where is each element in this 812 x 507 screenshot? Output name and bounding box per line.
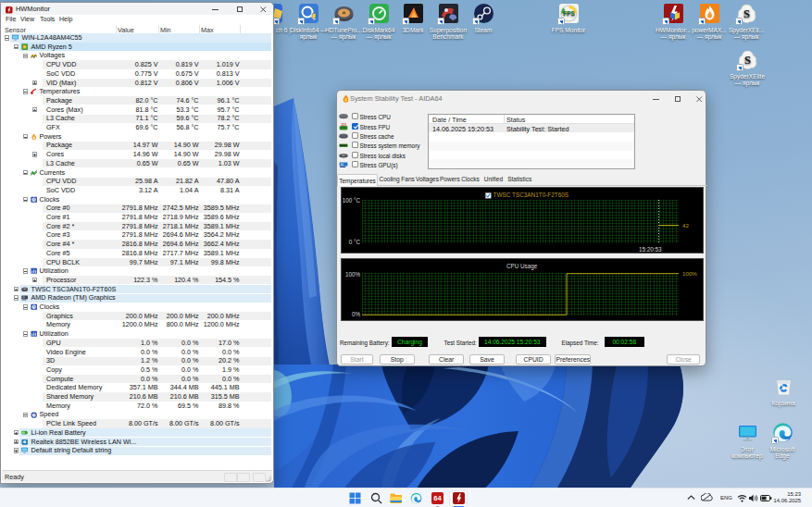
svg-text:123: 123: [341, 123, 346, 127]
svg-text:FPS: FPS: [563, 10, 575, 17]
svg-text:S: S: [744, 54, 751, 67]
svg-text:S: S: [743, 7, 750, 20]
